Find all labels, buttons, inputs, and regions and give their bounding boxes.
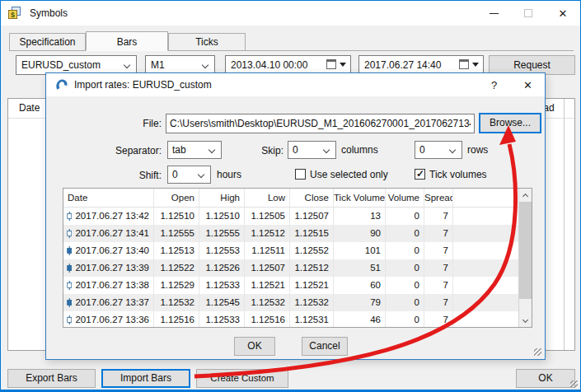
col-header-spread[interactable]: Spread xyxy=(424,189,453,208)
import-table-body: 2017.06.27 13:421.125101.125101.125051.1… xyxy=(63,208,532,328)
maximize-icon xyxy=(524,9,532,17)
date-to-value: 2017.06.27 14:40 xyxy=(364,59,441,71)
skip-rows-combobox[interactable]: 0 xyxy=(415,141,462,159)
col-header-high[interactable]: High xyxy=(199,189,245,208)
dropdown-arrow-icon xyxy=(340,63,346,67)
hours-label: hours xyxy=(217,166,241,184)
table-row[interactable]: 2017.06.27 13:381.125291.125331.125211.1… xyxy=(63,277,519,294)
dialog-titlebar: Import rates: EURUSD_custom ? ✕ xyxy=(46,73,545,96)
separator-label: Separator: xyxy=(46,141,162,161)
dialog-resize-grip[interactable] xyxy=(534,348,541,356)
use-selected-label: Use selected only xyxy=(310,166,388,184)
mql5-logo-icon xyxy=(54,78,68,92)
col-header-close[interactable]: Close xyxy=(290,189,334,208)
export-bars-button[interactable]: Export Bars xyxy=(7,369,96,388)
candle-icon xyxy=(67,210,72,222)
dialog-cancel-button[interactable]: Cancel xyxy=(302,337,348,356)
bar-date: 2017.06.27 13:41 xyxy=(75,225,149,242)
bar-date: 2017.06.27 13:42 xyxy=(75,208,149,225)
check-icon: ✓ xyxy=(416,168,424,180)
skip-columns-value: 0 xyxy=(293,144,298,156)
table-row[interactable]: 2017.06.27 13:401.125131.125531.125111.1… xyxy=(63,242,519,259)
col-header-low[interactable]: Low xyxy=(245,189,290,208)
minimize-icon xyxy=(490,13,499,14)
dialog-title: Import rates: EURUSD_custom xyxy=(74,79,212,91)
file-label: File: xyxy=(46,114,162,133)
period-value: M1 xyxy=(151,59,165,71)
col-header-open[interactable]: Open xyxy=(154,189,199,208)
import-rates-dialog: Import rates: EURUSD_custom ? ✕ File: Br… xyxy=(45,72,546,360)
tab-strip: Specification Bars Ticks xyxy=(9,31,574,51)
chevron-down-icon xyxy=(522,317,528,323)
scroll-down-button[interactable] xyxy=(519,314,532,327)
table-row[interactable]: 2017.06.27 13:391.125221.125261.125071.1… xyxy=(63,259,519,277)
candle-icon xyxy=(67,296,72,309)
chevron-down-icon xyxy=(198,171,204,178)
chevron-down-icon xyxy=(124,62,130,68)
bar-date: 2017.06.27 13:36 xyxy=(75,311,149,328)
candle-icon xyxy=(67,245,72,257)
tick-volumes-label: Tick volumes xyxy=(429,166,487,184)
shift-label: Shift: xyxy=(46,166,162,185)
dropdown-arrow-icon xyxy=(472,63,479,67)
table-row[interactable]: 2017.06.27 13:361.125161.125331.125161.1… xyxy=(63,311,519,328)
calendar-icon xyxy=(459,59,469,69)
skip-rows-value: 0 xyxy=(419,144,425,156)
columns-label: columns xyxy=(341,141,378,159)
col-header-filler xyxy=(453,189,519,208)
tab-bars[interactable]: Bars xyxy=(86,31,168,51)
close-icon: ✕ xyxy=(559,7,568,20)
file-path-input[interactable] xyxy=(166,114,475,133)
col-header-volume[interactable]: Volume xyxy=(386,189,424,208)
candle-icon xyxy=(67,314,72,326)
tick-volumes-checkbox[interactable]: ✓ xyxy=(415,169,425,180)
rows-label: rows xyxy=(467,141,488,159)
table-row[interactable]: 2017.06.27 13:421.125101.125101.125051.1… xyxy=(63,208,519,225)
dialog-close-button[interactable]: ✕ xyxy=(511,73,545,96)
symbol-value: EURUSD_custom xyxy=(21,59,101,71)
maximize-button[interactable] xyxy=(511,1,546,26)
close-button[interactable]: ✕ xyxy=(546,1,580,26)
symbols-app-icon: $ xyxy=(8,7,22,21)
vertical-scrollbar[interactable] xyxy=(518,189,532,327)
bars-table-date-header[interactable]: Date xyxy=(19,102,40,114)
chevron-down-icon xyxy=(323,147,330,153)
chevron-down-icon xyxy=(202,62,209,68)
skip-columns-combobox[interactable]: 0 xyxy=(288,141,336,159)
import-preview-table: Date Open High Low Close Tick Volume Vol… xyxy=(63,188,532,328)
table-row[interactable]: 2017.06.27 13:411.125551.125551.125121.1… xyxy=(63,225,519,242)
candle-icon xyxy=(67,227,72,240)
bar-date: 2017.06.27 13:37 xyxy=(75,294,149,311)
scroll-up-button[interactable] xyxy=(519,189,532,202)
import-table-header: Date Open High Low Close Tick Volume Vol… xyxy=(63,189,519,208)
import-bars-button[interactable]: Import Bars xyxy=(101,369,190,388)
use-selected-checkbox[interactable]: ✓ xyxy=(295,169,306,180)
candle-icon xyxy=(67,279,72,292)
candle-icon xyxy=(67,262,72,274)
chevron-down-icon xyxy=(449,147,456,153)
minimize-button[interactable] xyxy=(476,1,511,26)
window-titlebar: $ Symbols ✕ xyxy=(1,1,580,26)
chevron-up-icon xyxy=(522,194,528,199)
bar-date: 2017.06.27 13:39 xyxy=(75,259,149,277)
dialog-help-button[interactable]: ? xyxy=(477,73,511,96)
col-header-date[interactable]: Date xyxy=(63,189,154,208)
dialog-ok-button[interactable]: OK xyxy=(234,337,275,356)
window-title: Symbols xyxy=(30,7,68,19)
calendar-icon xyxy=(326,59,336,69)
tab-specification[interactable]: Specification xyxy=(9,33,86,50)
window-resize-grip[interactable] xyxy=(570,380,578,388)
create-custom-symbol-button[interactable]: Create Custom Symbol xyxy=(196,369,288,388)
main-ok-button[interactable]: OK xyxy=(516,369,575,388)
scrollbar-thumb[interactable] xyxy=(519,202,532,299)
bar-date: 2017.06.27 13:38 xyxy=(75,277,149,294)
skip-label: Skip: xyxy=(168,141,283,161)
shift-value: 0 xyxy=(172,169,178,180)
close-icon: ✕ xyxy=(523,79,532,91)
bar-date: 2017.06.27 13:40 xyxy=(75,242,149,259)
shift-combobox[interactable]: 0 xyxy=(167,166,211,184)
tab-ticks[interactable]: Ticks xyxy=(168,33,246,50)
table-row[interactable]: 2017.06.27 13:371.125321.125451.125321.1… xyxy=(63,294,519,311)
browse-button[interactable]: Browse... xyxy=(479,113,541,133)
col-header-tick-volume[interactable]: Tick Volume xyxy=(334,189,386,208)
